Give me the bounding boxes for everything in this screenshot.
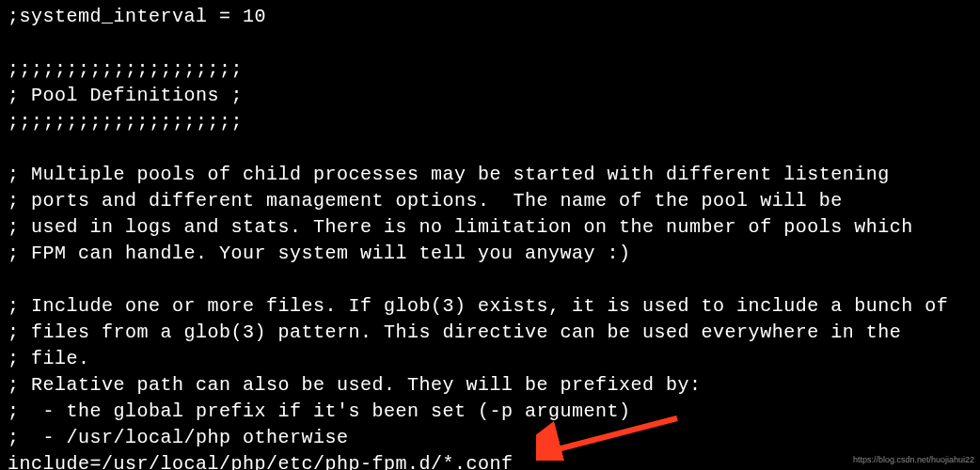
terminal-line: ; Multiple pools of child processes may …: [8, 162, 972, 188]
terminal-line: ;systemd_interval = 10: [8, 4, 972, 30]
terminal-line: [8, 267, 972, 293]
terminal-line: [8, 135, 972, 162]
terminal-line: ; FPM can handle. Your system will tell …: [8, 241, 972, 267]
watermark-text: https://blog.csdn.net/huojiahui22: [853, 454, 974, 466]
terminal-line: ;;;;;;;;;;;;;;;;;;;;: [8, 56, 972, 83]
terminal-line: ; - /usr/local/php otherwise: [8, 425, 972, 451]
terminal-line: ; file.: [8, 346, 972, 372]
terminal-line: ; used in logs and stats. There is no li…: [8, 214, 972, 241]
terminal-line: ;;;;;;;;;;;;;;;;;;;;: [8, 109, 972, 135]
terminal-line: ; Relative path can also be used. They w…: [8, 372, 972, 399]
terminal-line: include=/usr/local/php/etc/php-fpm.d/*.c…: [8, 451, 972, 470]
terminal-line: ; Include one or more files. If glob(3) …: [8, 293, 972, 320]
terminal-line: ; ports and different management options…: [8, 188, 972, 214]
terminal-line: ; files from a glob(3) pattern. This dir…: [8, 320, 972, 346]
terminal-line: ; - the global prefix if it's been set (…: [8, 399, 972, 425]
terminal-output: ;systemd_interval = 10 ;;;;;;;;;;;;;;;;;…: [8, 4, 972, 470]
terminal-line: [8, 30, 972, 56]
terminal-line: ; Pool Definitions ;: [8, 83, 972, 109]
